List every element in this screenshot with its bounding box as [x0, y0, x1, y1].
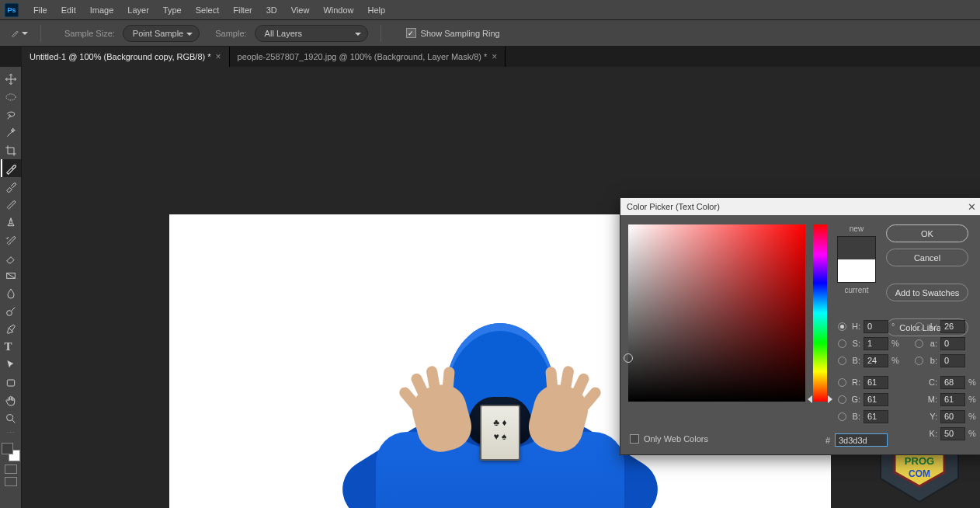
sample-select[interactable]: All Layers	[255, 25, 368, 42]
hex-input[interactable]	[835, 433, 888, 447]
only-web-colors-checkbox[interactable]: Only Web Colors	[630, 434, 708, 444]
tool-path-select[interactable]	[1, 356, 21, 374]
radio-h[interactable]	[838, 322, 846, 331]
chevron-down-icon	[22, 32, 28, 35]
input-l[interactable]	[940, 320, 965, 333]
tool-magic-wand[interactable]	[1, 124, 21, 141]
menu-type[interactable]: Type	[156, 0, 189, 20]
menu-3d[interactable]: 3D	[259, 0, 284, 20]
tool-history-brush[interactable]	[1, 231, 21, 249]
sample-value: All Layers	[265, 29, 302, 38]
cancel-button[interactable]: Cancel	[886, 249, 968, 266]
radio-r[interactable]	[838, 378, 846, 387]
input-g[interactable]	[864, 393, 888, 406]
input-y[interactable]	[940, 410, 965, 423]
tool-palette: T ⋯	[0, 67, 22, 508]
add-to-swatches-button[interactable]: Add to Swatches	[886, 284, 968, 301]
menu-help[interactable]: Help	[361, 0, 393, 20]
current-color-label: current	[844, 286, 868, 294]
dialog-title: Color Picker (Text Color)	[627, 202, 961, 211]
tool-dodge[interactable]	[1, 302, 21, 320]
input-c[interactable]	[940, 376, 965, 389]
menu-select[interactable]: Select	[189, 0, 227, 20]
tool-crop[interactable]	[1, 141, 21, 159]
canvas[interactable]: adidas BOX PROG COM Color Picker (Text C…	[22, 67, 980, 508]
input-bl[interactable]	[864, 410, 888, 423]
ok-button[interactable]: OK	[886, 224, 968, 242]
label-s: S:	[850, 339, 860, 348]
foreground-color-swatch[interactable]	[2, 443, 13, 454]
menu-edit[interactable]: Edit	[54, 0, 83, 20]
radio-a[interactable]	[915, 339, 923, 348]
tool-pen[interactable]	[1, 320, 21, 338]
tool-gradient[interactable]	[1, 266, 21, 284]
input-b[interactable]	[864, 354, 888, 367]
label-k: K:	[926, 429, 937, 438]
label-y: Y:	[926, 412, 937, 421]
menu-window[interactable]: Window	[316, 0, 360, 20]
close-icon[interactable]: ×	[216, 51, 221, 62]
radio-b[interactable]	[838, 357, 846, 365]
input-h[interactable]	[864, 320, 888, 333]
tool-marquee[interactable]	[1, 88, 21, 106]
current-tool-icon[interactable]	[11, 25, 28, 42]
radio-s[interactable]	[838, 339, 846, 348]
hash-label: #	[825, 436, 830, 445]
radio-l[interactable]	[915, 322, 923, 331]
tool-lasso[interactable]	[1, 106, 21, 124]
tool-blur[interactable]	[1, 284, 21, 302]
radio-bl[interactable]	[838, 412, 846, 421]
label-b: B:	[850, 356, 860, 365]
close-icon[interactable]: ×	[492, 51, 497, 62]
svg-point-2	[6, 310, 12, 315]
tool-type[interactable]: T	[1, 338, 21, 356]
tool-brush[interactable]	[1, 195, 21, 213]
tool-zoom[interactable]	[1, 409, 21, 427]
menu-layer[interactable]: Layer	[120, 0, 156, 20]
input-s[interactable]	[864, 337, 888, 350]
tool-clone-stamp[interactable]	[1, 213, 21, 231]
hue-slider[interactable]	[813, 224, 827, 402]
tool-move[interactable]	[1, 70, 21, 88]
input-m[interactable]	[940, 393, 965, 406]
menu-image[interactable]: Image	[83, 0, 121, 20]
saturation-value-field[interactable]	[628, 224, 805, 402]
menu-view[interactable]: View	[284, 0, 317, 20]
document-tab[interactable]: people-2587807_1920.jpg @ 100% (Backgrou…	[230, 47, 506, 67]
tool-healing-brush[interactable]	[1, 177, 21, 195]
menu-file[interactable]: File	[26, 0, 54, 20]
only-web-colors-label: Only Web Colors	[644, 434, 708, 444]
document-tab-bar: Untitled-1 @ 100% (Background copy, RGB/…	[0, 47, 980, 67]
tool-eyedropper[interactable]	[1, 159, 21, 177]
sample-size-select[interactable]: Point Sample	[123, 25, 200, 42]
unit-pct: %	[891, 339, 901, 348]
label-l: L:	[926, 322, 937, 331]
screen-mode-toggle[interactable]	[5, 477, 17, 486]
input-la[interactable]	[940, 337, 965, 350]
quick-mask-toggle[interactable]	[5, 465, 17, 474]
checkbox-checked-icon: ✓	[406, 28, 416, 38]
document-tab-label: Untitled-1 @ 100% (Background copy, RGB/…	[30, 52, 211, 61]
menu-bar: Ps File Edit Image Layer Type Select Fil…	[0, 0, 980, 20]
radio-lb[interactable]	[915, 357, 923, 365]
document-tab[interactable]: Untitled-1 @ 100% (Background copy, RGB/…	[22, 47, 230, 67]
tool-eraser[interactable]	[1, 249, 21, 266]
svg-point-4	[6, 414, 12, 420]
color-compare[interactable]	[837, 236, 876, 283]
checkbox-unchecked-icon	[630, 434, 639, 444]
tool-shape[interactable]	[1, 374, 21, 391]
color-cursor-icon	[624, 353, 633, 363]
menu-filter[interactable]: Filter	[226, 0, 259, 20]
input-k[interactable]	[940, 427, 965, 440]
radio-g[interactable]	[838, 395, 846, 404]
color-swatches[interactable]	[2, 443, 20, 461]
input-lb[interactable]	[940, 354, 965, 367]
unit-pct: %	[968, 378, 978, 387]
tool-hand[interactable]	[1, 391, 21, 409]
sample-size-value: Point Sample	[133, 29, 183, 38]
unit-deg: °	[891, 322, 901, 331]
close-icon[interactable]: ✕	[961, 201, 980, 213]
input-r[interactable]	[864, 376, 888, 389]
show-sampling-ring-checkbox[interactable]: ✓ Show Sampling Ring	[406, 28, 500, 38]
dialog-title-bar[interactable]: Color Picker (Text Color) ✕	[620, 198, 980, 215]
